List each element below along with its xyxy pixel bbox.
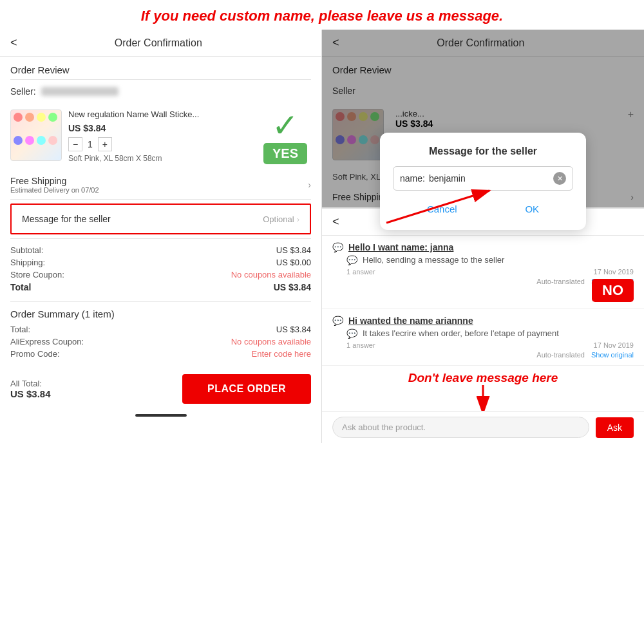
pricing-section: Subtotal: US $3.84 Shipping: US $0.00 St… <box>0 239 321 301</box>
q1-count: 1 answer <box>346 268 375 276</box>
os-promo-value: Enter code here <box>251 349 311 359</box>
dialog-cancel-button[interactable]: Cancel <box>414 201 470 217</box>
banner-text: If you need custom name, please leave us… <box>141 8 503 24</box>
ask-input[interactable]: Ask about the product. <box>332 417 589 438</box>
message-dialog: Message for the seller name: benjamin ✕ … <box>380 133 586 230</box>
divider-2 <box>10 199 311 200</box>
subtotal-row: Subtotal: US $3.84 <box>10 245 311 255</box>
total-value: US $3.84 <box>274 282 311 292</box>
shipping-info: Free Shipping Estimated Delivery on 07/0… <box>10 176 99 194</box>
no-badge: NO <box>592 279 634 302</box>
os-total-value: US $3.84 <box>276 325 311 334</box>
dialog-input-value[interactable]: benjamin <box>429 173 553 184</box>
question-item-1: 💬 Hello I want name: janna 💬 Hello, send… <box>322 236 644 309</box>
q2-auto-translated: Auto-translated <box>536 351 585 359</box>
dialog-actions: Cancel OK <box>393 201 573 217</box>
all-total-section: All Total: US $3.84 <box>10 379 51 399</box>
product-price: US $3.84 <box>68 123 253 133</box>
question-item-2: 💬 Hi wanted the name ariannne 💬 It takes… <box>322 309 644 366</box>
left-title: Order Confirmation <box>25 37 292 49</box>
q2-answer-text: It takes l'ecrire when order, before l'e… <box>363 328 559 338</box>
os-aliexpress-label: AliExpress Coupon: <box>10 337 84 346</box>
no-badge-container: NO <box>332 279 634 302</box>
q1-icon: 💬 <box>332 242 343 252</box>
dialog-clear-button[interactable]: ✕ <box>553 172 566 185</box>
total-row: Total US $3.84 <box>10 282 311 292</box>
q2-answer-icon: 💬 <box>346 328 357 339</box>
q1-answer-text: Hello, sending a message to the seller <box>363 255 504 265</box>
q1-answer-icon: 💬 <box>346 255 357 265</box>
shipping-price-row: Shipping: US $0.00 <box>10 258 311 267</box>
os-total-row: Total: US $3.84 <box>10 325 311 334</box>
sticker-dot-3 <box>37 113 46 122</box>
right-top-screen: < Order Confirmation Order Review Seller <box>322 30 644 207</box>
dialog-title: Message for the seller <box>393 146 573 157</box>
q1-question-text: Hello I want name: janna <box>348 242 453 252</box>
product-info: New regulation Name Wall Sticke... US $3… <box>68 109 253 163</box>
left-header: < Order Confirmation <box>0 30 321 57</box>
shipping-chevron-icon: › <box>308 180 311 190</box>
os-aliexpress-row: AliExpress Coupon: No coupons available <box>10 337 311 346</box>
bottom-bar: All Total: US $3.84 PLACE ORDER <box>0 368 321 410</box>
home-indicator <box>0 410 321 421</box>
shipping-sub: Estimated Delivery on 07/02 <box>10 186 99 194</box>
q2-answer-row: 💬 It takes l'ecrire when order, before l… <box>346 328 634 339</box>
dialog-overlay: Message for the seller name: benjamin ✕ … <box>322 30 644 207</box>
left-back-arrow[interactable]: < <box>10 36 17 50</box>
qty-row: − 1 + <box>68 137 253 151</box>
message-seller-row[interactable]: Message for the seller Optional › <box>10 204 311 234</box>
order-summary-title: Order Summary (1 item) <box>10 308 311 319</box>
right-col-inner: < Order Confirmation Order Review Seller <box>322 30 644 443</box>
yes-label: YES <box>263 143 307 164</box>
coupon-label: Store Coupon: <box>10 270 64 279</box>
q1-question: 💬 Hello I want name: janna <box>332 242 634 252</box>
coupon-value: No coupons available <box>231 270 311 279</box>
ask-button[interactable]: Ask <box>596 417 634 438</box>
os-promo-row: Promo Code: Enter code here <box>10 349 311 359</box>
all-total-label: All Total: <box>10 379 51 388</box>
dialog-input-label: name: <box>400 173 425 184</box>
subtotal-value: US $3.84 <box>276 245 311 255</box>
qty-value: 1 <box>88 139 93 149</box>
shipping-price-value: US $0.00 <box>276 258 311 267</box>
q2-date: 17 Nov 2019 <box>594 341 634 349</box>
down-arrow-svg <box>464 385 502 411</box>
yes-badge-area: ✓ YES <box>260 109 311 164</box>
shipping-row[interactable]: Free Shipping Estimated Delivery on 07/0… <box>0 171 321 199</box>
order-review-label: Order Review <box>0 57 321 79</box>
left-column: < Order Confirmation Order Review Seller… <box>0 30 322 443</box>
q1-auto-translated: Auto-translated <box>536 278 585 285</box>
down-arrow-container <box>322 385 644 411</box>
question-list-screen: < Question List (47) 💬 Hello I want name… <box>322 207 644 443</box>
qty-plus[interactable]: + <box>98 137 112 151</box>
message-seller-label: Message for the seller <box>22 214 111 224</box>
message-chevron-icon: › <box>297 214 299 224</box>
q2-question: 💬 Hi wanted the name ariannne <box>332 316 634 326</box>
right-column: < Order Confirmation Order Review Seller <box>322 30 644 443</box>
q1-date: 17 Nov 2019 <box>594 268 634 276</box>
product-row: New regulation Name Wall Sticke... US $3… <box>0 103 321 171</box>
q-back-arrow[interactable]: < <box>332 215 339 229</box>
q1-answer-row: 💬 Hello, sending a message to the seller <box>346 255 634 265</box>
place-order-button[interactable]: PLACE ORDER <box>182 374 311 404</box>
dialog-input-row[interactable]: name: benjamin ✕ <box>393 166 573 191</box>
dialog-ok-button[interactable]: OK <box>512 201 552 217</box>
order-summary-section: Order Summary (1 item) Total: US $3.84 A… <box>0 302 321 368</box>
q2-show-original[interactable]: Show original <box>591 351 634 359</box>
seller-label: Seller: <box>10 86 36 97</box>
seller-row: Seller: <box>0 80 321 103</box>
os-aliexpress-value: No coupons available <box>231 337 311 346</box>
os-total-label: Total: <box>10 325 30 334</box>
qty-minus[interactable]: − <box>68 137 82 151</box>
sticker-dot-2 <box>25 113 34 122</box>
optional-text: Optional <box>263 214 294 224</box>
product-image <box>10 109 62 161</box>
message-optional: Optional › <box>263 214 299 224</box>
sticker-dot-7 <box>37 136 46 145</box>
top-banner: If you need custom name, please leave us… <box>0 0 644 30</box>
sticker-dot-4 <box>48 113 57 122</box>
sticker-dot-8 <box>48 136 57 145</box>
sticker-dot-1 <box>14 113 23 122</box>
q2-question-text: Hi wanted the name ariannne <box>348 316 473 326</box>
sticker-dot-5 <box>14 136 23 145</box>
